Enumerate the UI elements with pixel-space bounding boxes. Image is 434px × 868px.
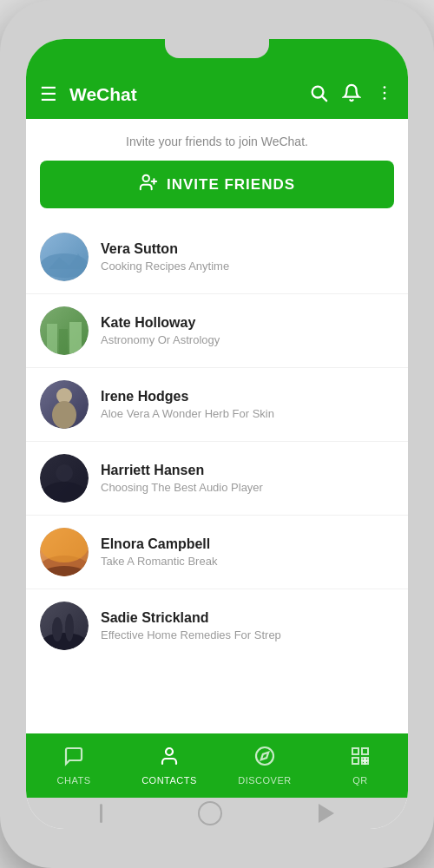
- svg-marker-37: [261, 753, 268, 760]
- chats-nav-icon: [63, 746, 84, 772]
- contact-name: Harriett Hansen: [101, 463, 394, 478]
- recent-apps-indicator[interactable]: [100, 804, 102, 823]
- svg-point-33: [52, 617, 62, 641]
- contact-info: Elnora Campbell Take A Romantic Break: [101, 536, 394, 568]
- contact-subtitle: Take A Romantic Break: [101, 555, 394, 568]
- app-title: WeChat: [69, 84, 309, 105]
- contact-item[interactable]: Kate Holloway Astronomy Or Astrology: [26, 294, 408, 368]
- contact-info: Harriett Hansen Choosing The Best Audio …: [101, 463, 394, 494]
- nav-item-contacts[interactable]: CONTACTS: [122, 740, 217, 791]
- phone-screen: ☰ WeChat: [26, 39, 408, 829]
- svg-rect-41: [362, 758, 365, 760]
- contact-list: Vera Sutton Cooking Recipes Anytime: [26, 220, 408, 662]
- qr-nav-label: QR: [352, 775, 368, 786]
- svg-point-35: [166, 748, 173, 755]
- discover-nav-icon: [254, 746, 275, 772]
- content-area: Invite your friends to join WeChat. INVI…: [26, 119, 408, 733]
- contact-info: Vera Sutton Cooking Recipes Anytime: [101, 241, 394, 273]
- svg-point-5: [143, 175, 149, 181]
- svg-point-36: [256, 747, 273, 765]
- more-icon[interactable]: [375, 83, 394, 107]
- contact-name: Sadie Strickland: [101, 610, 394, 626]
- contact-info: Sadie Strickland Effective Home Remedies…: [101, 610, 394, 641]
- home-indicator: [26, 798, 408, 829]
- svg-rect-44: [365, 761, 368, 764]
- contacts-nav-icon: [159, 746, 180, 772]
- avatar: [40, 233, 89, 281]
- home-button[interactable]: [198, 801, 222, 825]
- contact-subtitle: Astronomy Or Astrology: [101, 333, 394, 346]
- svg-point-34: [65, 614, 74, 641]
- contact-name: Kate Holloway: [101, 315, 394, 331]
- svg-point-4: [384, 97, 386, 100]
- contacts-nav-label: CONTACTS: [141, 775, 197, 786]
- app-header: ☰ WeChat: [26, 70, 408, 119]
- svg-point-2: [384, 86, 386, 89]
- contact-subtitle: Cooking Recipes Anytime: [101, 260, 394, 273]
- contact-name: Elnora Campbell: [101, 536, 394, 552]
- svg-rect-40: [352, 758, 358, 764]
- back-button[interactable]: [319, 804, 334, 823]
- qr-nav-icon: [350, 746, 371, 772]
- svg-line-1: [322, 96, 326, 101]
- discover-nav-label: DISCOVER: [238, 775, 291, 786]
- contact-item[interactable]: Vera Sutton Cooking Recipes Anytime: [26, 220, 408, 294]
- invite-text: Invite your friends to join WeChat.: [40, 135, 394, 148]
- avatar: [40, 528, 89, 576]
- notification-icon[interactable]: [342, 83, 361, 107]
- bottom-nav: CHATS CONTACTS DISCOVER QR: [26, 733, 408, 798]
- phone-frame: ☰ WeChat: [0, 0, 434, 868]
- contact-subtitle: Choosing The Best Audio Player: [101, 481, 394, 494]
- invite-btn-icon: [139, 173, 158, 196]
- svg-rect-15: [59, 329, 68, 355]
- menu-icon[interactable]: ☰: [40, 83, 57, 106]
- contact-info: Kate Holloway Astronomy Or Astrology: [101, 315, 394, 346]
- search-icon[interactable]: [309, 83, 328, 107]
- contact-subtitle: Effective Home Remedies For Strep: [101, 628, 394, 641]
- contact-item[interactable]: Sadie Strickland Effective Home Remedies…: [26, 589, 408, 662]
- svg-rect-16: [69, 322, 82, 355]
- svg-rect-42: [365, 758, 368, 760]
- svg-point-3: [384, 91, 386, 94]
- contact-info: Irene Hodges Aloe Vera A Wonder Herb For…: [101, 389, 394, 420]
- avatar: [40, 602, 89, 650]
- contact-name: Irene Hodges: [101, 389, 394, 404]
- svg-rect-39: [362, 748, 368, 754]
- svg-rect-14: [47, 324, 57, 355]
- invite-banner: Invite your friends to join WeChat. INVI…: [26, 119, 408, 220]
- svg-point-24: [56, 464, 73, 482]
- chats-nav-label: CHATS: [57, 775, 91, 786]
- nav-item-chats[interactable]: CHATS: [26, 740, 122, 791]
- header-actions: [309, 83, 394, 107]
- contact-subtitle: Aloe Vera A Wonder Herb For Skin: [101, 407, 394, 420]
- contact-name: Vera Sutton: [101, 241, 394, 257]
- contact-item[interactable]: Harriett Hansen Choosing The Best Audio …: [26, 442, 408, 516]
- nav-item-discover[interactable]: DISCOVER: [217, 740, 312, 791]
- notch: [165, 39, 269, 58]
- avatar: [40, 454, 89, 503]
- invite-friends-button[interactable]: INVITE FRIENDS: [40, 161, 394, 208]
- contact-item[interactable]: Elnora Campbell Take A Romantic Break: [26, 516, 408, 589]
- avatar: [40, 306, 89, 355]
- contact-item[interactable]: Irene Hodges Aloe Vera A Wonder Herb For…: [26, 368, 408, 442]
- invite-btn-label: INVITE FRIENDS: [167, 176, 295, 194]
- svg-point-20: [52, 401, 76, 429]
- avatar: [40, 380, 89, 429]
- svg-point-28: [40, 528, 89, 562]
- svg-rect-38: [352, 748, 358, 754]
- nav-item-qr[interactable]: QR: [312, 740, 408, 791]
- svg-rect-43: [362, 761, 365, 764]
